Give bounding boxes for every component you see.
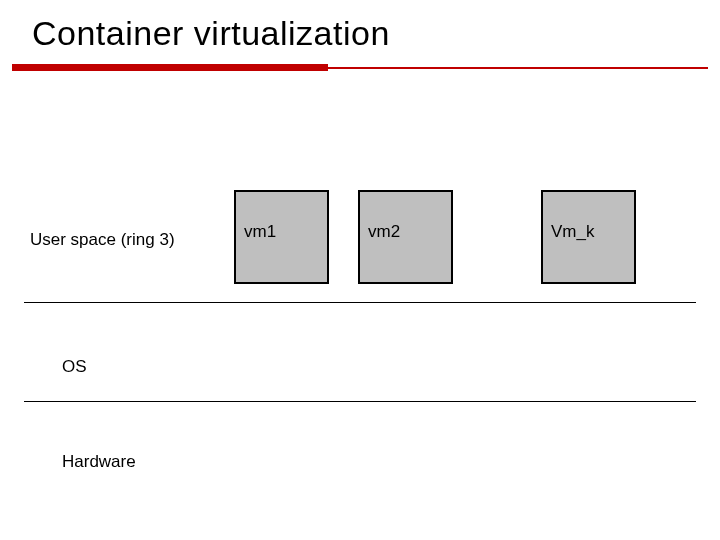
vm-box-2: vm2 <box>358 190 453 284</box>
layer-label-user-space: User space (ring 3) <box>30 230 175 250</box>
vm-box-k: Vm_k <box>541 190 636 284</box>
vm-box-1-label: vm1 <box>244 222 276 242</box>
divider-os-hardware <box>24 401 696 402</box>
layer-label-hardware: Hardware <box>62 452 136 472</box>
vm-box-k-label: Vm_k <box>551 222 594 242</box>
layer-label-os: OS <box>62 357 87 377</box>
title-underline-thin <box>328 67 708 69</box>
divider-user-os <box>24 302 696 303</box>
title-underline-thick <box>12 64 328 71</box>
slide: Container virtualization User space (rin… <box>0 0 720 540</box>
vm-box-2-label: vm2 <box>368 222 400 242</box>
vm-box-1: vm1 <box>234 190 329 284</box>
slide-title: Container virtualization <box>32 14 390 53</box>
